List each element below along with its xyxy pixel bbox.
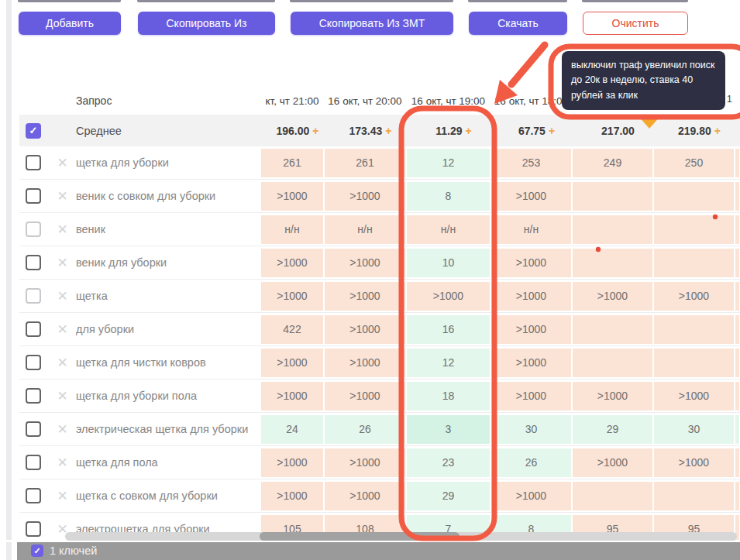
delete-row-icon[interactable]: ✕: [56, 256, 69, 270]
position-cell: н/н: [490, 215, 572, 244]
table-row: ✕для уборки422>100016>1000: [19, 313, 740, 346]
position-cell: [735, 249, 740, 277]
average-value: 219.80+: [659, 125, 740, 137]
row-checkbox[interactable]: [26, 321, 41, 337]
table-row: ✕щетка для чистки ковров>1000>100012>100…: [19, 346, 740, 380]
query-column-header: Запрос: [76, 94, 260, 107]
position-cell: н/н: [324, 215, 406, 244]
query-text: электрическая щетка для уборки: [76, 423, 260, 435]
column-header-18-00: 16 окт, чт 18:00: [490, 95, 572, 107]
row-checkbox[interactable]: [26, 455, 41, 470]
delete-row-icon[interactable]: ✕: [56, 356, 69, 369]
delete-row-icon[interactable]: ✕: [56, 190, 69, 203]
query-text: щетка для пола: [76, 456, 260, 469]
expand-plus-icon[interactable]: +: [549, 125, 555, 137]
selected-keys-count: 1 ключей: [50, 545, 97, 557]
delete-row-icon[interactable]: ✕: [56, 390, 69, 403]
expand-plus-icon[interactable]: +: [385, 125, 391, 137]
copy-from-zmt-button[interactable]: Скопировать Из ЗМТ: [291, 12, 453, 35]
position-cell: >1000: [406, 282, 490, 311]
table-row: ✕щетка для пола>1000>10002326>1000>1000: [19, 446, 740, 479]
column-header-19-00: 16 окт, чт 19:00: [406, 95, 490, 107]
average-value: 11.29+: [411, 125, 496, 137]
horizontal-scrollbar-thumb[interactable]: [260, 532, 459, 541]
position-cell: [653, 482, 735, 510]
position-cell: >1000: [490, 249, 572, 277]
position-cell: [735, 382, 740, 411]
position-cell: 30: [490, 415, 572, 444]
column-header-20-00: 16 окт, чт 20:00: [324, 95, 406, 107]
delete-row-icon[interactable]: ✕: [56, 490, 69, 503]
delete-row-icon[interactable]: ✕: [56, 423, 69, 436]
cutoff-element: [582, 0, 688, 2]
position-cell: >1000: [490, 315, 572, 344]
position-cell: [735, 415, 740, 444]
position-cell: [735, 482, 740, 510]
delete-row-icon[interactable]: ✕: [56, 323, 69, 336]
row-checkbox[interactable]: [26, 521, 41, 537]
average-value: 173.43+: [329, 125, 411, 137]
position-cell: 3: [406, 415, 490, 444]
delete-row-icon[interactable]: ✕: [56, 290, 69, 303]
position-cell: [735, 282, 740, 311]
select-all-checkbox[interactable]: ✓: [26, 123, 41, 139]
add-button[interactable]: Добавить: [19, 12, 121, 35]
expand-plus-icon[interactable]: +: [312, 125, 318, 137]
position-cell: >1000: [324, 482, 406, 510]
row-checkbox[interactable]: [26, 155, 41, 170]
row-checkbox[interactable]: [26, 188, 41, 204]
position-cell: 26: [490, 448, 572, 477]
row-checkbox[interactable]: [26, 255, 41, 270]
position-cell: 422: [260, 315, 324, 344]
row-checkbox[interactable]: [26, 488, 41, 503]
position-cell: 12: [406, 349, 490, 377]
table-row: ✕щетка для уборки26126112253249250: [19, 146, 740, 180]
position-cell: 249: [572, 149, 653, 177]
table-body: ✕щетка для уборки26126112253249250✕веник…: [19, 146, 740, 546]
position-cell: [735, 215, 740, 244]
row-checkbox[interactable]: [26, 222, 41, 237]
position-cell: 253: [490, 149, 572, 177]
clear-button[interactable]: Очистить: [583, 12, 688, 35]
delete-row-icon[interactable]: ✕: [56, 223, 69, 236]
average-values: 196.00+173.43+11.29+67.75+217.00219.80+: [266, 125, 740, 137]
table-row: ✕веник для уборки>1000>100010>1000: [19, 246, 740, 280]
position-cell: [653, 349, 735, 377]
position-cell: >1000: [324, 182, 406, 211]
position-cell: >1000: [490, 282, 572, 311]
delete-row-icon[interactable]: ✕: [56, 456, 69, 469]
position-cell: >1000: [260, 349, 324, 377]
position-cell: [572, 249, 653, 277]
position-cell: 16: [406, 315, 490, 344]
horizontal-scrollbar[interactable]: [65, 532, 737, 541]
position-cell: [735, 448, 740, 477]
expand-plus-icon[interactable]: +: [714, 125, 721, 137]
annotation-arrow: [511, 45, 545, 84]
position-cell: н/н: [406, 215, 490, 244]
position-cell: [735, 182, 740, 211]
copy-from-button[interactable]: Скопировать Из: [138, 12, 275, 35]
row-checkbox[interactable]: [26, 388, 41, 404]
position-cell: 10: [406, 249, 490, 277]
position-cell: 29: [406, 482, 490, 510]
expand-plus-icon[interactable]: +: [466, 125, 472, 137]
position-cell: н/н: [260, 215, 324, 244]
position-cell: >1000: [324, 448, 406, 477]
query-text: веник для уборки: [76, 256, 260, 269]
position-cell: [735, 149, 740, 177]
download-button[interactable]: Скачать: [469, 12, 567, 35]
query-text: щетка для уборки: [76, 156, 260, 169]
position-cell: [572, 315, 653, 344]
delete-row-icon[interactable]: ✕: [56, 156, 69, 170]
row-checkbox[interactable]: [26, 355, 41, 370]
position-cell: >1000: [572, 282, 653, 311]
query-text: веник с совком для уборки: [76, 190, 260, 202]
position-cell: >1000: [490, 349, 572, 377]
row-checkbox[interactable]: [26, 288, 41, 304]
position-cell: 12: [406, 149, 490, 177]
query-text: для уборки: [76, 323, 260, 335]
row-checkbox[interactable]: [26, 421, 41, 437]
footer-checkbox[interactable]: ✓: [31, 545, 43, 557]
position-cell: 30: [653, 415, 735, 444]
position-cell: >1000: [324, 249, 406, 277]
